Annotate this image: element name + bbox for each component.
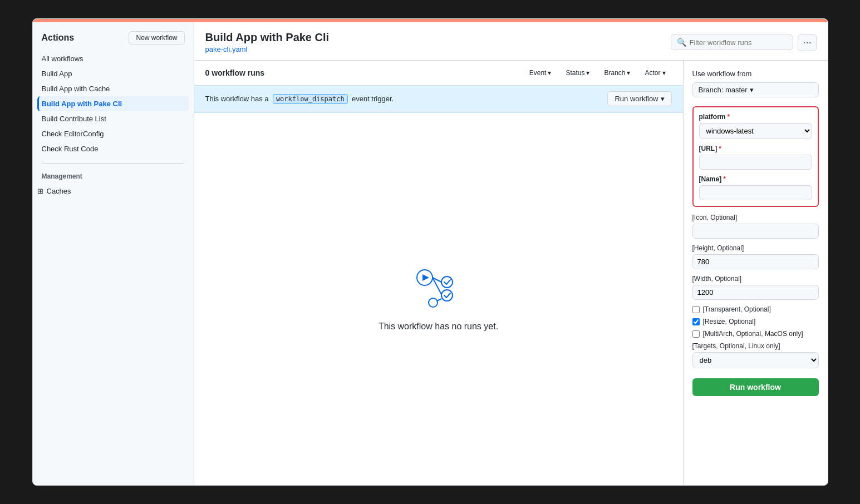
- management-label: Management: [33, 170, 194, 184]
- filter-branch-label: Branch: [604, 69, 625, 77]
- rp-multiarch-checkbox[interactable]: [692, 330, 700, 338]
- content-header: Build App with Pake Cli pake-cli.yaml 🔍 …: [194, 22, 828, 61]
- rp-name-input[interactable]: [699, 185, 812, 200]
- rp-icon-label: [Icon, Optional]: [692, 214, 819, 221]
- svg-point-5: [441, 290, 453, 301]
- filter-status-button[interactable]: Status ▾: [559, 66, 596, 80]
- run-workflow-header-button[interactable]: Run workflow ▾: [607, 91, 671, 106]
- rp-name-label: [Name] *: [699, 175, 812, 183]
- caches-label: Caches: [47, 187, 71, 195]
- rp-required-section: platform * windows-latest ubuntu-latest …: [692, 106, 819, 207]
- rp-transparent-label[interactable]: [Transparent, Optional]: [703, 305, 771, 313]
- rp-branch-label: Branch: master: [699, 86, 748, 94]
- rp-multiarch-label[interactable]: [MultiArch, Optional, MacOS only]: [703, 330, 803, 338]
- sidebar-nav: All workflows Build App Build App with C…: [33, 51, 194, 156]
- main-content: Build App with Pake Cli pake-cli.yaml 🔍 …: [194, 22, 828, 485]
- header-right: 🔍 ⋯: [671, 34, 817, 51]
- rp-run-workflow-button[interactable]: Run workflow: [692, 378, 819, 396]
- sidebar-item-build-contribute[interactable]: Build Contribute List: [37, 111, 189, 126]
- empty-state: This workflow has no runs yet.: [194, 112, 683, 485]
- rp-platform-select[interactable]: windows-latest ubuntu-latest macos-lates…: [699, 123, 812, 139]
- rp-multiarch-row: [MultiArch, Optional, MacOS only]: [692, 330, 819, 338]
- svg-line-7: [437, 299, 441, 301]
- search-input[interactable]: [690, 38, 787, 47]
- sidebar-title: Actions: [42, 33, 75, 43]
- sidebar-item-check-rust[interactable]: Check Rust Code: [37, 141, 189, 156]
- rp-url-label: [URL] *: [699, 145, 812, 152]
- workflow-area: 0 workflow runs Event ▾ Status ▾: [194, 61, 683, 485]
- filter-buttons: Event ▾ Status ▾ Branch ▾: [523, 66, 672, 80]
- name-required-star: *: [723, 175, 726, 183]
- filter-status-arrow: ▾: [586, 69, 589, 77]
- filter-actor-arrow: ▾: [662, 69, 666, 77]
- sidebar-item-build-app[interactable]: Build App: [37, 66, 189, 81]
- rp-targets-field: [Targets, Optional, Linux only] deb rpm …: [692, 342, 819, 368]
- search-icon: 🔍: [677, 38, 686, 47]
- filter-branch-arrow: ▾: [627, 69, 630, 77]
- url-required-star: *: [719, 145, 721, 152]
- rp-url-input[interactable]: [699, 155, 812, 170]
- platform-required-star: *: [728, 113, 730, 121]
- rp-branch-chevron: ▾: [750, 86, 754, 94]
- page-subtitle[interactable]: pake-cli.yaml: [205, 45, 330, 53]
- more-options-button[interactable]: ⋯: [798, 34, 817, 51]
- search-box: 🔍: [671, 34, 793, 50]
- rp-targets-label: [Targets, Optional, Linux only]: [692, 342, 819, 350]
- sidebar: Actions New workflow All workflows Build…: [33, 22, 194, 485]
- filter-actor-label: Actor: [645, 69, 660, 77]
- new-workflow-button[interactable]: New workflow: [129, 31, 184, 45]
- run-workflow-chevron: ▾: [661, 95, 665, 103]
- filter-actor-button[interactable]: Actor ▾: [638, 66, 671, 80]
- filter-event-label: Event: [529, 69, 547, 77]
- filter-event-arrow: ▾: [548, 69, 551, 77]
- workflow-right-layout: 0 workflow runs Event ▾ Status ▾: [194, 61, 828, 485]
- caches-icon: ⊞: [37, 187, 43, 195]
- rp-height-field: [Height, Optional]: [692, 244, 819, 269]
- empty-state-icon: [414, 266, 464, 313]
- svg-point-6: [429, 298, 438, 307]
- rp-branch-select[interactable]: Branch: master ▾: [692, 82, 819, 97]
- workflow-bar: 0 workflow runs Event ▾ Status ▾: [194, 61, 683, 86]
- trigger-text: This workflow has a workflow_dispatch ev…: [205, 95, 394, 103]
- main-layout: Actions New workflow All workflows Build…: [33, 22, 828, 485]
- workflow-count: 0 workflow runs: [205, 68, 265, 77]
- rp-height-input[interactable]: [692, 254, 819, 269]
- rp-resize-label[interactable]: [Resize, Optional]: [703, 318, 756, 325]
- sidebar-header: Actions New workflow: [33, 31, 194, 51]
- empty-state-text: This workflow has no runs yet.: [379, 322, 498, 332]
- rp-platform-label: platform *: [699, 113, 812, 121]
- page-title: Build App with Pake Cli: [205, 31, 330, 44]
- trigger-code: workflow_dispatch: [273, 94, 348, 104]
- outer-frame: Actions New workflow All workflows Build…: [0, 0, 860, 504]
- rp-width-input[interactable]: [692, 285, 819, 300]
- sidebar-item-check-editorconfig[interactable]: Check EditorConfig: [37, 126, 189, 141]
- rp-height-label: [Height, Optional]: [692, 244, 819, 252]
- sidebar-item-all-workflows[interactable]: All workflows: [37, 51, 189, 66]
- sidebar-item-build-app-cache[interactable]: Build App with Cache: [37, 81, 189, 96]
- rp-resize-checkbox[interactable]: [692, 318, 700, 325]
- sidebar-divider: [42, 163, 185, 164]
- app-window: Actions New workflow All workflows Build…: [32, 18, 828, 486]
- rp-targets-select[interactable]: deb rpm appimage: [692, 352, 819, 368]
- rp-icon-field: [Icon, Optional]: [692, 214, 819, 239]
- rp-width-field: [Width, Optional]: [692, 275, 819, 300]
- rp-use-workflow-label: Use workflow from: [692, 70, 819, 78]
- right-panel: Use workflow from Branch: master ▾ platf…: [683, 61, 828, 485]
- rp-icon-input[interactable]: [692, 224, 819, 239]
- filter-status-label: Status: [566, 69, 584, 77]
- rp-width-label: [Width, Optional]: [692, 275, 819, 283]
- rp-transparent-checkbox[interactable]: [692, 306, 700, 313]
- trigger-banner: This workflow has a workflow_dispatch ev…: [194, 86, 683, 112]
- filter-branch-button[interactable]: Branch ▾: [598, 66, 636, 80]
- svg-point-4: [441, 276, 453, 288]
- rp-resize-row: [Resize, Optional]: [692, 318, 819, 325]
- sidebar-item-caches[interactable]: ⊞ Caches: [33, 184, 194, 199]
- sidebar-item-build-app-pake[interactable]: Build App with Pake Cli: [37, 96, 189, 111]
- rp-transparent-row: [Transparent, Optional]: [692, 305, 819, 313]
- content-title-area: Build App with Pake Cli pake-cli.yaml: [205, 31, 330, 53]
- filter-event-button[interactable]: Event ▾: [523, 66, 558, 80]
